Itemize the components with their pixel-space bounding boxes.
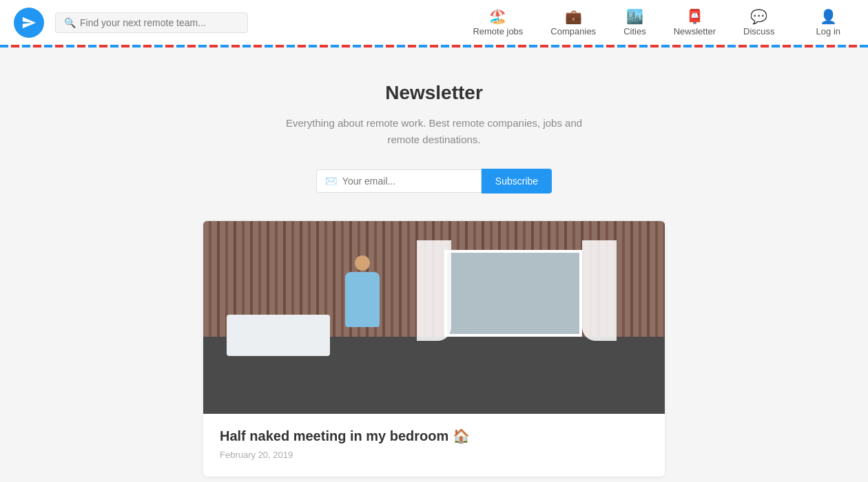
nav-item-newsletter[interactable]: 📮 Newsletter xyxy=(660,3,730,42)
search-input[interactable] xyxy=(80,17,239,28)
login-label: Log in xyxy=(816,26,840,36)
nav-item-companies[interactable]: 💼 Companies xyxy=(537,3,610,42)
scene-window xyxy=(444,250,582,337)
remote-jobs-icon: 🏖️ xyxy=(489,8,506,25)
companies-label: Companies xyxy=(550,26,596,36)
person-head xyxy=(355,255,370,271)
scene-person xyxy=(342,255,383,338)
send-icon xyxy=(21,15,37,30)
email-input[interactable] xyxy=(342,176,473,187)
curtain-right xyxy=(582,240,617,341)
header: 🔍 🏖️ Remote jobs 💼 Companies 🏙️ Cities 📮… xyxy=(0,0,868,45)
user-icon: 👤 xyxy=(820,8,837,25)
article-title: Half naked meeting in my bedroom 🏠 xyxy=(220,428,648,444)
article-body: Half naked meeting in my bedroom 🏠 Febru… xyxy=(203,414,665,476)
article-image xyxy=(203,221,665,414)
person-body xyxy=(345,272,380,327)
login-button[interactable]: 👤 Log in xyxy=(803,3,854,42)
nav-item-discuss[interactable]: 💬 Discuss xyxy=(730,3,789,42)
search-icon: 🔍 xyxy=(64,17,76,28)
companies-icon: 💼 xyxy=(565,8,582,25)
discuss-label: Discuss xyxy=(743,26,775,36)
subscribe-button[interactable]: Subscribe xyxy=(482,169,552,193)
newsletter-icon: 📮 xyxy=(686,8,703,25)
scene-bed xyxy=(227,315,330,356)
cities-label: Cities xyxy=(623,26,646,36)
remote-jobs-label: Remote jobs xyxy=(473,26,523,36)
email-input-wrapper: ✉️ xyxy=(316,169,482,193)
newsletter-form: ✉️ Subscribe xyxy=(316,169,552,193)
newsletter-description: Everything about remote work. Best remot… xyxy=(286,115,582,148)
article-scene xyxy=(203,221,665,414)
search-bar: 🔍 xyxy=(55,12,248,33)
article-date: February 20, 2019 xyxy=(220,450,648,460)
cities-icon: 🏙️ xyxy=(626,8,643,25)
curtain-left xyxy=(417,240,451,341)
email-icon: ✉️ xyxy=(325,176,337,187)
discuss-icon: 💬 xyxy=(750,8,767,25)
logo-button[interactable] xyxy=(14,8,44,38)
nav-item-cities[interactable]: 🏙️ Cities xyxy=(610,3,660,42)
newsletter-title: Newsletter xyxy=(385,82,483,104)
nav-item-remote-jobs[interactable]: 🏖️ Remote jobs xyxy=(459,3,537,42)
main-content: Newsletter Everything about remote work.… xyxy=(0,48,868,482)
main-nav: 🏖️ Remote jobs 💼 Companies 🏙️ Cities 📮 N… xyxy=(459,3,788,42)
article-card[interactable]: Half naked meeting in my bedroom 🏠 Febru… xyxy=(203,221,665,476)
newsletter-label: Newsletter xyxy=(674,26,716,36)
